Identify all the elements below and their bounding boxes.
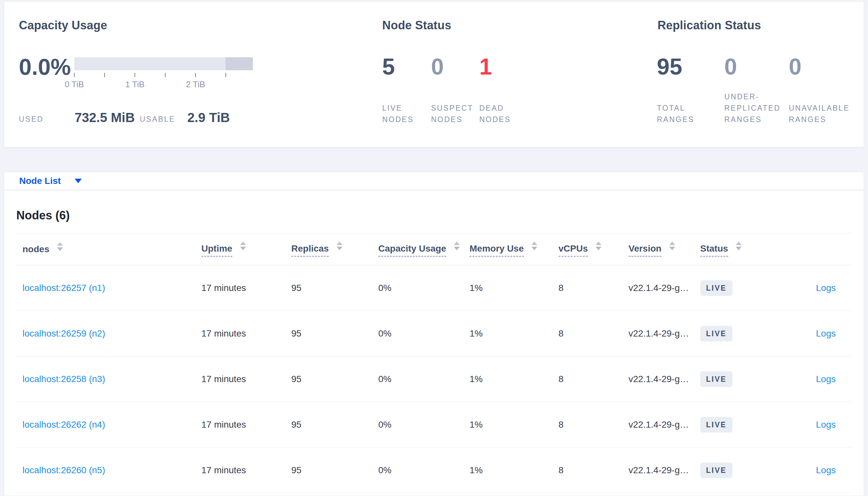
unavailable-ranges-value: 0 — [789, 57, 850, 77]
node-cell: localhost:26257 (n1) — [15, 283, 201, 293]
logs-cell: Logs — [769, 419, 851, 430]
capacity-usage-cell: 0% — [378, 283, 469, 293]
table-row: localhost:26259 (n2) 17 minutes 95 0% 1%… — [15, 311, 851, 356]
capacity-usage-cell: 0% — [378, 328, 469, 339]
vcpus-cell: 8 — [558, 419, 629, 430]
node-cell: localhost:26258 (n3) — [15, 374, 201, 384]
table-row: localhost:26262 (n4) 17 minutes 95 0% 1%… — [15, 402, 851, 448]
status-badge: LIVE — [700, 463, 732, 478]
suspect-nodes-value: 0 — [431, 57, 474, 77]
vcpus-cell: 8 — [558, 374, 629, 384]
node-cell: localhost:26262 (n4) — [15, 419, 201, 430]
node-cell: localhost:26260 (n5) — [15, 465, 201, 476]
logs-link[interactable]: Logs — [816, 465, 836, 475]
table-body: localhost:26257 (n1) 17 minutes 95 0% 1%… — [15, 265, 851, 493]
suspect-nodes-label: SUSPECT NODES — [431, 103, 474, 125]
logs-cell: Logs — [769, 283, 851, 293]
node-link[interactable]: localhost:26262 (n4) — [23, 419, 105, 430]
node-link[interactable]: localhost:26260 (n5) — [23, 465, 105, 475]
capacity-usage-cell: 0% — [378, 465, 469, 476]
capacity-usage-cell: 0% — [378, 419, 469, 430]
sort-icon[interactable] — [532, 242, 537, 250]
memory-use-cell: 1% — [469, 328, 558, 339]
live-nodes-label: LIVE NODES — [382, 103, 414, 125]
table-row: localhost:26258 (n3) 17 minutes 95 0% 1%… — [15, 356, 851, 402]
sort-icon[interactable] — [454, 242, 460, 250]
status-cell: LIVE — [700, 417, 769, 433]
capacity-percent: 0.0% — [19, 58, 71, 77]
header-replicas: Replicas — [291, 242, 378, 257]
sort-icon[interactable] — [57, 242, 63, 251]
header-capacity-usage: Capacity Usage — [378, 242, 469, 257]
header-status: Status — [700, 242, 769, 257]
under-replicated-ranges-stat: 0 UNDER- REPLICATED RANGES — [724, 57, 781, 125]
under-replicated-ranges-label: UNDER- REPLICATED RANGES — [724, 91, 781, 125]
sort-icon[interactable] — [240, 242, 246, 250]
node-link[interactable]: localhost:26257 (n1) — [23, 283, 105, 293]
capacity-axis-tick — [74, 73, 75, 77]
status-cell: LIVE — [700, 371, 769, 387]
logs-link[interactable]: Logs — [816, 283, 836, 293]
version-cell: v22.1.4-29-g… — [629, 465, 700, 476]
header-vcpus: vCPUs — [558, 242, 629, 257]
live-nodes-value: 5 — [382, 57, 414, 77]
replicas-cell: 95 — [291, 419, 378, 430]
node-link[interactable]: localhost:26258 (n3) — [23, 374, 105, 384]
memory-use-cell: 1% — [469, 374, 558, 384]
used-value: 732.5 MiB — [75, 110, 135, 125]
nodes-count-heading: Nodes (6) — [16, 208, 70, 222]
sort-icon[interactable] — [669, 242, 675, 250]
sort-icon[interactable] — [336, 242, 342, 250]
table-row: localhost:26260 (n5) 17 minutes 95 0% 1%… — [15, 448, 851, 493]
logs-cell: Logs — [769, 328, 851, 339]
sort-icon[interactable] — [736, 242, 742, 250]
memory-use-cell: 1% — [469, 419, 558, 430]
uptime-cell: 17 minutes — [201, 283, 291, 293]
table-header-row: nodes Uptime Replicas Capacity Usage Mem… — [15, 233, 851, 265]
node-list-card: Node List Nodes (6) nodes Uptime Replica… — [4, 172, 864, 496]
status-cell: LIVE — [700, 326, 769, 341]
logs-cell: Logs — [769, 374, 851, 384]
uptime-cell: 17 minutes — [201, 465, 291, 476]
vcpus-cell: 8 — [558, 283, 629, 293]
status-badge: LIVE — [700, 417, 732, 433]
version-cell: v22.1.4-29-g… — [629, 419, 700, 430]
status-badge: LIVE — [700, 371, 732, 387]
capacity-axis-tick — [195, 73, 196, 77]
status-cell: LIVE — [700, 463, 769, 478]
node-list-selector[interactable]: Node List — [19, 176, 61, 186]
logs-cell: Logs — [769, 465, 851, 476]
header-version: Version — [629, 242, 700, 257]
capacity-bar-end-segment — [225, 57, 253, 70]
node-cell: localhost:26259 (n2) — [15, 328, 201, 339]
capacity-usage-title: Capacity Usage — [19, 18, 107, 32]
usable-label: USABLE — [140, 115, 175, 124]
capacity-tick-label: 0 TiB — [64, 79, 84, 90]
capacity-axis-tick — [225, 73, 226, 77]
header-uptime: Uptime — [201, 242, 291, 257]
status-badge: LIVE — [700, 326, 732, 341]
capacity-axis-tick — [135, 73, 135, 77]
logs-link[interactable]: Logs — [816, 328, 836, 339]
uptime-cell: 17 minutes — [201, 328, 291, 339]
suspect-nodes-stat: 0 SUSPECT NODES — [431, 57, 474, 125]
dead-nodes-stat: 1 DEAD NODES — [479, 57, 511, 125]
logs-link[interactable]: Logs — [816, 419, 836, 430]
total-ranges-label: TOTAL RANGES — [657, 103, 694, 125]
total-ranges-stat: 95 TOTAL RANGES — [657, 57, 694, 125]
replicas-cell: 95 — [291, 374, 378, 384]
status-cell: LIVE — [700, 280, 769, 296]
table-row: localhost:26257 (n1) 17 minutes 95 0% 1%… — [15, 265, 851, 311]
capacity-axis-tick — [165, 73, 165, 77]
sort-icon[interactable] — [596, 242, 601, 250]
capacity-usage-cell: 0% — [378, 374, 469, 384]
nodes-table: nodes Uptime Replicas Capacity Usage Mem… — [15, 233, 851, 493]
node-link[interactable]: localhost:26259 (n2) — [23, 328, 105, 339]
unavailable-ranges-stat: 0 UNAVAILABLE RANGES — [789, 57, 850, 125]
chevron-down-icon[interactable] — [75, 179, 82, 183]
logs-link[interactable]: Logs — [816, 374, 836, 384]
version-cell: v22.1.4-29-g… — [629, 374, 700, 384]
used-label: USED — [19, 115, 44, 124]
view-selector-bar: Node List — [4, 172, 864, 190]
under-replicated-ranges-value: 0 — [724, 57, 781, 77]
